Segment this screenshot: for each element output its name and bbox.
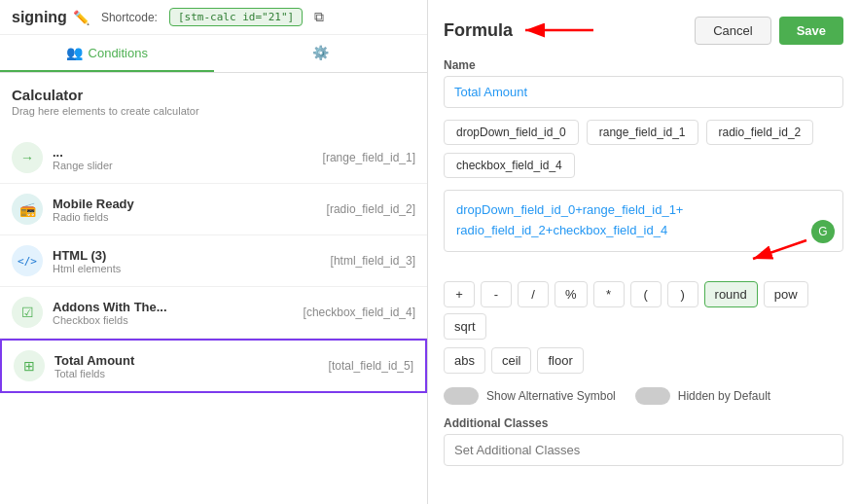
checkbox-field-btn[interactable]: checkbox_field_id_4	[444, 153, 575, 178]
tab-conditions[interactable]: 👥 Conditions	[0, 35, 214, 72]
item-name: Total Amount	[54, 353, 319, 368]
item-name: Addons With The...	[53, 300, 294, 314]
range-field-btn[interactable]: range_field_id_1	[587, 120, 698, 145]
item-field-id: [radio_field_id_2]	[327, 202, 415, 216]
tab-conditions-label: Conditions	[89, 46, 148, 60]
name-label: Name	[444, 58, 843, 72]
op-round[interactable]: round	[704, 281, 758, 307]
item-field-id: [range_field_id_1]	[323, 151, 415, 164]
title-area: signing ✏️	[12, 9, 89, 26]
list-item-total[interactable]: ⊞ Total Amount Total fields [total_field…	[0, 339, 427, 393]
item-type: Radio fields	[53, 211, 317, 223]
op-floor[interactable]: floor	[537, 347, 583, 374]
checkbox-icon: ☑	[12, 297, 43, 328]
right-panel: Formula Cancel Save Name dropDown_field_…	[428, 0, 859, 504]
item-details: HTML (3) Html elements	[53, 248, 321, 274]
list-item[interactable]: → ... Range slider [range_field_id_1]	[0, 132, 427, 184]
settings-icon: ⚙️	[312, 45, 329, 60]
calc-items-list: → ... Range slider [range_field_id_1] 📻 …	[0, 132, 427, 504]
item-name: ...	[53, 145, 313, 160]
item-field-id: [total_field_id_5]	[329, 359, 413, 373]
op-open-paren[interactable]: (	[630, 281, 662, 307]
shortcode-label: Shortcode:	[101, 11, 158, 24]
operators-row2: abs ceil floor	[444, 347, 843, 374]
formula-cursor-btn[interactable]: G	[811, 220, 835, 243]
operators-row1: + - / % * ( ) round pow sqrt	[444, 281, 843, 340]
item-name: HTML (3)	[53, 248, 321, 263]
item-type: Html elements	[53, 263, 321, 274]
left-panel: signing ✏️ Shortcode: [stm-calc id="21"]…	[0, 0, 428, 504]
toggle-hidden-label: Hidden by Default	[678, 389, 770, 403]
html-icon: </>	[12, 245, 43, 276]
op-abs[interactable]: abs	[444, 347, 485, 374]
svg-line-3	[753, 240, 806, 259]
item-type: Total fields	[54, 368, 319, 379]
formula-title: Formula	[444, 20, 513, 41]
item-details: Mobile Ready Radio fields	[53, 197, 317, 223]
op-multiply[interactable]: *	[593, 281, 625, 307]
toggle-item-hidden: Hidden by Default	[635, 387, 770, 405]
cancel-button[interactable]: Cancel	[695, 17, 770, 45]
op-ceil[interactable]: ceil	[491, 347, 532, 374]
item-type: Checkbox fields	[53, 314, 294, 326]
toggle-item-alternative: Show Alternative Symbol	[444, 387, 616, 405]
calculator-title: Calculator	[12, 87, 415, 103]
conditions-icon: 👥	[66, 45, 83, 60]
toggle-alternative-switch[interactable]	[444, 387, 479, 405]
shortcode-badge: [stm-calc id="21"]	[169, 8, 303, 26]
list-item[interactable]: </> HTML (3) Html elements [html_field_i…	[0, 235, 427, 287]
additional-classes-input[interactable]	[444, 434, 843, 466]
toggle-row: Show Alternative Symbol Hidden by Defaul…	[444, 387, 843, 405]
header-buttons: Cancel Save	[695, 17, 843, 45]
radio-field-btn[interactable]: radio_field_id_2	[706, 120, 814, 145]
name-input[interactable]	[444, 76, 843, 108]
item-details: Addons With The... Checkbox fields	[53, 300, 294, 326]
formula-box[interactable]: dropDown_field_id_0+range_field_id_1+rad…	[444, 190, 843, 252]
copy-icon[interactable]: ⧉	[314, 9, 324, 25]
op-sqrt[interactable]: sqrt	[444, 313, 486, 340]
radio-icon: 📻	[12, 194, 43, 225]
arrow-annotation-2	[743, 235, 811, 265]
op-plus[interactable]: +	[444, 281, 475, 307]
op-minus[interactable]: -	[481, 281, 512, 307]
dropdown-field-btn[interactable]: dropDown_field_id_0	[444, 120, 579, 145]
page-title: signing	[12, 9, 67, 26]
item-name: Mobile Ready	[53, 197, 317, 211]
item-details: ... Range slider	[53, 145, 313, 171]
op-pow[interactable]: pow	[764, 281, 808, 307]
calculator-section: Calculator Drag here elements to create …	[0, 73, 427, 132]
total-icon: ⊞	[14, 350, 45, 381]
item-field-id: [html_field_id_3]	[331, 254, 415, 268]
toggle-alternative-label: Show Alternative Symbol	[486, 389, 616, 403]
toggle-hidden-switch[interactable]	[635, 387, 670, 405]
arrow-annotation-1	[520, 16, 598, 45]
range-slider-icon: →	[12, 142, 43, 173]
calculator-subtitle: Drag here elements to create calculator	[12, 105, 415, 117]
list-item[interactable]: 📻 Mobile Ready Radio fields [radio_field…	[0, 184, 427, 235]
additional-classes-label: Additional Classes	[444, 416, 843, 430]
formula-header: Formula Cancel Save	[444, 16, 843, 45]
top-bar: signing ✏️ Shortcode: [stm-calc id="21"]…	[0, 0, 427, 35]
item-details: Total Amount Total fields	[54, 353, 319, 379]
field-buttons-group: dropDown_field_id_0 range_field_id_1 rad…	[444, 120, 843, 178]
op-close-paren[interactable]: )	[667, 281, 698, 307]
edit-icon[interactable]: ✏️	[73, 10, 89, 25]
tab-settings[interactable]: ⚙️	[214, 35, 428, 72]
item-field-id: [checkbox_field_id_4]	[304, 306, 415, 319]
op-divide[interactable]: /	[518, 281, 549, 307]
save-button[interactable]: Save	[779, 17, 843, 45]
item-type: Range slider	[53, 160, 313, 171]
list-item[interactable]: ☑ Addons With The... Checkbox fields [ch…	[0, 287, 427, 339]
tabs-bar: 👥 Conditions ⚙️	[0, 35, 427, 73]
op-percent[interactable]: %	[555, 281, 588, 307]
